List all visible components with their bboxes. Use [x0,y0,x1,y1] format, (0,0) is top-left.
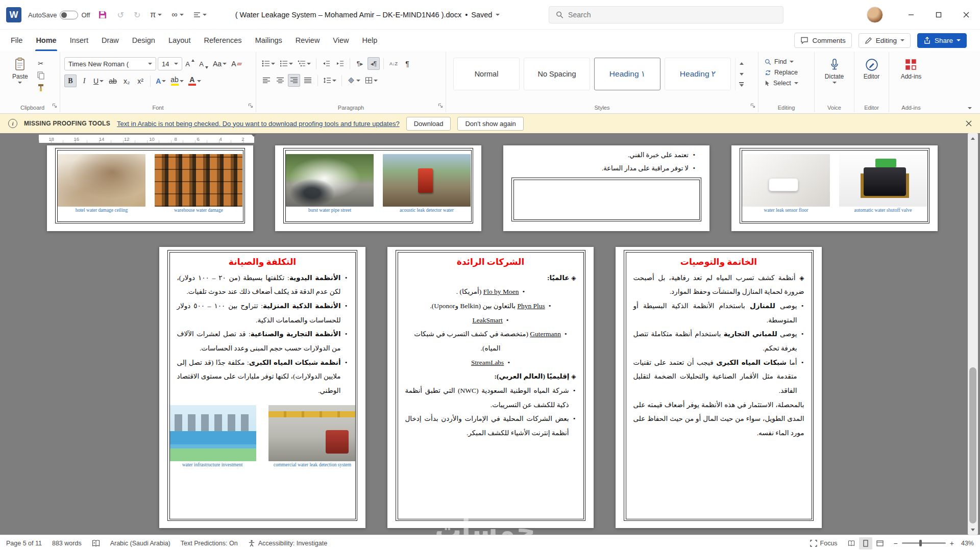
conclusion-outro[interactable]: بالمحصلة، الاستثمار في هذه الأنظمة يوفر … [630,398,807,440]
zoom-out-button[interactable]: − [894,539,898,547]
equation-button[interactable]: π [149,9,163,20]
cost-list[interactable]: الأنظمة اليدوية: تكلفتها بسيطة (من ٢٠ – … [174,271,351,398]
format-painter-button[interactable] [35,83,47,93]
replace-button[interactable]: Replace [765,69,814,76]
list-item[interactable]: أما شبكات المياه الكبرى فيجب أن تعتمد عل… [633,356,804,398]
italic-button[interactable]: I [78,74,90,87]
show-formatting-marks-button[interactable]: ¶ [401,57,413,70]
ink-shapes-button[interactable]: ∞ [170,9,185,20]
select-button[interactable]: Select [765,80,814,87]
collapse-ribbon-button[interactable] [968,107,972,109]
zoom-in-button[interactable]: + [950,539,954,547]
style-normal[interactable]: Normal [453,58,520,90]
styles-more-button[interactable] [737,80,747,89]
paste-button[interactable]: Paste [9,54,31,93]
tab-references[interactable]: References [197,30,248,51]
grow-font-button[interactable]: A [184,58,196,70]
focus-mode-button[interactable]: Focus [810,540,838,547]
global-companies-list[interactable]: Flo by Moen (أمريكا) . Phyn Plus بالتعاو… [402,285,579,369]
dictate-button[interactable]: Dictate [815,55,854,85]
dont-show-again-button[interactable]: Don't show again [457,117,523,131]
list-item[interactable]: شركة المياه الوطنية السعودية (NWC) التي … [405,384,576,412]
list-item[interactable]: بعض الشركات المحلية في الإمارات والأردن … [405,412,576,440]
multilevel-list-button[interactable] [296,57,312,70]
left-to-right-button[interactable]: ¶▸ [354,57,366,70]
tab-review[interactable]: Review [289,30,327,51]
tab-home[interactable]: Home [29,30,63,51]
list-item[interactable]: الأنظمة اليدوية: تكلفتها بسيطة (من ٢٠ – … [177,271,348,299]
customize-quick-access-button[interactable] [192,10,208,19]
scroll-down-button[interactable] [968,524,978,535]
list-item[interactable]: LeakSmart [405,313,576,328]
zoom-slider[interactable] [902,542,946,544]
document-page-conclusion[interactable]: الخاتمة والتوصيات أنظمة كشف تسرب المياه … [616,247,822,528]
zoom-slider-thumb[interactable] [919,540,922,546]
align-center-button[interactable] [274,74,286,87]
list-item[interactable]: Phyn Plus بالتعاون بين (Belkin وUponor). [405,299,576,313]
list-item[interactable]: Flo by Moen (أمريكا) . [405,285,576,299]
editing-mode-button[interactable]: Editing [859,33,911,48]
photo-burst-water-pipe-street[interactable] [286,154,374,207]
tab-design[interactable]: Design [126,30,162,51]
font-dialog-launcher[interactable] [248,101,253,110]
borders-button[interactable] [363,74,379,87]
language-selector[interactable]: Arabic (Saudi Arabia) [110,540,170,547]
increase-indent-button[interactable] [334,57,346,70]
photo-acoustic-leak-detector[interactable] [383,154,471,207]
tab-draw[interactable]: Draw [95,30,126,51]
superscript-button[interactable]: x² [134,74,146,87]
copy-button[interactable] [35,70,47,81]
close-warning-button[interactable] [966,120,972,127]
photo-hotel-water-damage-ceiling[interactable] [58,154,145,207]
vertical-scrollbar[interactable] [968,133,978,535]
find-button[interactable]: Find [765,58,814,65]
restore-button[interactable] [925,0,952,30]
shrink-font-button[interactable]: A [198,58,210,70]
numbering-button[interactable] [278,57,295,70]
change-case-button[interactable]: Aa [211,58,228,70]
tab-insert[interactable]: Insert [63,30,95,51]
scrollbar-thumb[interactable] [969,367,976,523]
right-to-left-button[interactable]: ◂¶ [368,57,380,70]
tab-help[interactable]: Help [356,30,384,51]
autosave-toggle[interactable]: AutoSave Off [28,11,90,19]
web-layout-button[interactable] [873,537,887,549]
search-bar[interactable] [549,6,783,23]
align-right-button[interactable] [288,74,300,87]
line-spacing-button[interactable] [322,74,338,87]
page-indicator[interactable]: Page 5 of 11 [6,540,42,547]
scroll-up-button[interactable] [968,133,978,143]
user-avatar[interactable] [867,7,883,23]
list-item[interactable]: تعتمد على خبرة الفني. [507,148,695,162]
read-mode-button[interactable] [845,537,858,549]
conclusion-intro[interactable]: أنظمة كشف تسرب المياه لم تعد رفاهية، بل … [630,271,807,299]
strikethrough-button[interactable]: ab [107,74,119,87]
regional-companies-list[interactable]: شركة المياه الوطنية السعودية (NWC) التي … [402,384,579,440]
tab-layout[interactable]: Layout [162,30,198,51]
download-button[interactable]: Download [406,117,451,131]
align-left-button[interactable] [260,74,273,87]
clear-formatting-button[interactable]: A [230,58,243,70]
accessibility-status[interactable]: Accessibility: Investigate [248,540,327,547]
sort-button[interactable]: A↓Z [387,57,400,70]
list-item[interactable]: لا توفر مراقبة على مدار الساعة. [507,162,695,175]
document-page-fragment-2[interactable]: burst water pipe street acoustic leak de… [275,145,481,231]
minimize-button[interactable] [897,0,925,30]
style-no-spacing[interactable]: No Spacing [524,58,590,90]
recommendations-list[interactable]: يوصى للمنازل باستخدام الأنظمة الذكية الب… [630,299,807,398]
list-item[interactable]: الأنظمة التجارية والصناعية: قد تصل لعشرا… [177,327,348,355]
editor-button[interactable]: Editor [854,55,889,81]
word-logo-icon[interactable]: W [6,7,21,22]
redo-button[interactable]: ↻ [132,9,142,21]
share-button[interactable]: Share [917,33,967,48]
list-item[interactable]: الأنظمة الذكية المنزلية: تتراوح بين ١٠٠ … [177,299,348,327]
list-item[interactable]: StreamLabs [405,356,576,370]
cut-button[interactable]: ✂ [35,58,47,68]
document-page-fragment-1[interactable]: hotel water damage ceiling warehouse wat… [47,145,253,231]
style-heading-2[interactable]: Heading ٢ [665,58,731,90]
list-item[interactable]: يوصى للمنازل باستخدام الأنظمة الذكية الب… [633,299,804,327]
font-color-button[interactable]: A [187,74,203,87]
clipboard-dialog-launcher[interactable] [52,101,57,110]
document-page-companies[interactable]: الشركات الرائدة عالميًا: Flo by Moen (أم… [387,247,594,528]
document-page-fragment-4[interactable]: water leak sensor floor automatic water … [731,145,938,231]
